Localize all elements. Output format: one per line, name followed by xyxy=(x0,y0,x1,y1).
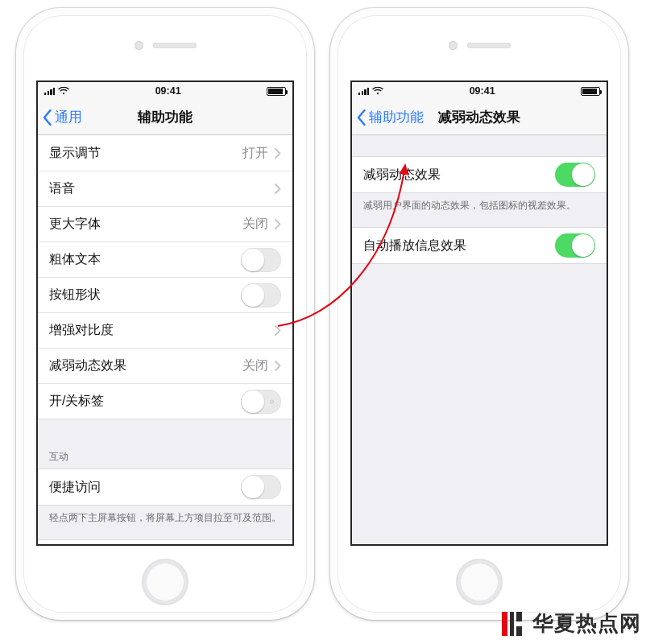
status-time: 09:41 xyxy=(155,85,181,97)
row-value: 打开 xyxy=(242,145,268,162)
row-larger-text[interactable]: 更大字体 关闭 xyxy=(38,206,292,242)
row-label: 语音 xyxy=(49,180,275,197)
svg-rect-0 xyxy=(502,612,507,636)
chevron-right-icon xyxy=(275,325,281,336)
row-label: 减弱动态效果 xyxy=(49,357,242,374)
back-label: 通用 xyxy=(55,108,82,126)
row-reduce-motion[interactable]: 减弱动态效果 关闭 xyxy=(38,348,292,383)
speaker-icon xyxy=(467,43,511,48)
toggle-onoff-labels[interactable] xyxy=(241,390,281,414)
svg-rect-2 xyxy=(516,612,522,621)
row-increase-contrast[interactable]: 增强对比度 xyxy=(38,312,292,348)
settings-list: 减弱动态效果 减弱用户界面的动态效果，包括图标的视差效果。 自动播放信息效果 xyxy=(352,135,607,264)
back-button[interactable]: 辅助功能 xyxy=(357,100,424,134)
row-label: 按钮形状 xyxy=(49,287,241,303)
row-switch-control[interactable]: 切换控制 关闭 xyxy=(38,540,292,546)
screen-left: 09:41 通用 辅助功能 显示调节 打开 xyxy=(36,80,294,546)
signal-icon xyxy=(358,87,369,95)
home-button[interactable] xyxy=(456,559,503,605)
wifi-icon xyxy=(372,87,383,95)
row-label: 减弱动态效果 xyxy=(363,167,555,184)
toggle-reduce-motion[interactable] xyxy=(555,163,595,187)
svg-rect-3 xyxy=(516,626,522,636)
back-button[interactable]: 通用 xyxy=(43,100,82,134)
signal-icon xyxy=(44,87,55,95)
status-bar: 09:41 xyxy=(352,82,607,100)
battery-icon xyxy=(267,87,286,96)
phone-right: 09:41 辅助功能 减弱动态效果 减弱动态效果 xyxy=(330,8,628,620)
phone-sensors xyxy=(330,37,628,53)
row-display[interactable]: 显示调节 打开 xyxy=(38,135,292,171)
battery-icon xyxy=(581,87,600,96)
phone-sensors xyxy=(16,37,314,53)
nav-header: 通用 辅助功能 xyxy=(38,100,292,135)
wifi-icon xyxy=(58,87,69,95)
row-label: 更大字体 xyxy=(49,216,242,233)
row-value: 关闭 xyxy=(242,216,268,233)
chevron-right-icon xyxy=(275,184,281,194)
section-footer-reachability: 轻点两下主屏幕按钮，将屏幕上方项目拉至可及范围。 xyxy=(38,506,292,528)
row-value: 关闭 xyxy=(242,357,268,374)
row-label: 增强对比度 xyxy=(49,322,275,339)
group-visual: 显示调节 打开 语音 更大字体 关闭 粗体文本 xyxy=(38,135,292,419)
svg-rect-1 xyxy=(510,612,514,636)
watermark: 华夏热点网 xyxy=(499,609,641,638)
row-label: 粗体文本 xyxy=(49,251,241,268)
toggle-button-shapes[interactable] xyxy=(241,283,281,308)
watermark-logo-icon xyxy=(499,610,526,638)
chevron-right-icon xyxy=(275,219,281,229)
row-label: 显示调节 xyxy=(49,145,242,162)
speaker-icon xyxy=(153,43,197,48)
back-label: 辅助功能 xyxy=(369,108,424,126)
chevron-right-icon xyxy=(275,361,281,371)
section-footer-reduce-motion: 减弱用户界面的动态效果，包括图标的视差效果。 xyxy=(352,193,607,216)
toggle-reachability[interactable] xyxy=(241,475,281,499)
watermark-text: 华夏热点网 xyxy=(532,609,641,638)
row-label: 自动播放信息效果 xyxy=(363,237,555,254)
chevron-left-icon xyxy=(43,109,52,126)
row-button-shapes[interactable]: 按钮形状 xyxy=(38,277,292,312)
page-title: 辅助功能 xyxy=(138,108,193,126)
toggle-bold-text[interactable] xyxy=(241,248,281,272)
row-label: 便捷访问 xyxy=(49,479,241,496)
group-reduce-motion: 减弱动态效果 xyxy=(352,156,607,193)
screen-right: 09:41 辅助功能 减弱动态效果 减弱动态效果 xyxy=(350,80,608,546)
row-onoff-labels[interactable]: 开/关标签 xyxy=(38,383,292,419)
home-button[interactable] xyxy=(142,559,188,605)
row-speech[interactable]: 语音 xyxy=(38,171,292,206)
row-bold-text[interactable]: 粗体文本 xyxy=(38,242,292,277)
group-interaction2: 切换控制 关闭 AssistiveTouch 关闭 xyxy=(38,539,292,546)
row-reachability[interactable]: 便捷访问 xyxy=(38,469,292,505)
status-time: 09:41 xyxy=(470,85,495,97)
group-interaction1: 便捷访问 xyxy=(38,469,292,506)
group-autoplay: 自动播放信息效果 xyxy=(352,227,607,264)
camera-icon xyxy=(135,41,143,50)
chevron-left-icon xyxy=(357,109,366,126)
nav-header: 辅助功能 减弱动态效果 xyxy=(352,100,607,135)
section-header-interaction: 互动 xyxy=(38,434,292,469)
phone-left: 09:41 通用 辅助功能 显示调节 打开 xyxy=(16,8,314,620)
row-autoplay[interactable]: 自动播放信息效果 xyxy=(352,228,607,263)
toggle-autoplay[interactable] xyxy=(555,233,595,258)
status-bar: 09:41 xyxy=(38,82,292,100)
row-reduce-motion-toggle[interactable]: 减弱动态效果 xyxy=(352,157,607,192)
row-label: 开/关标签 xyxy=(49,393,241,410)
chevron-right-icon xyxy=(275,148,281,159)
camera-icon xyxy=(449,41,458,50)
page-title: 减弱动态效果 xyxy=(438,108,520,126)
settings-list: 显示调节 打开 语音 更大字体 关闭 粗体文本 xyxy=(38,135,292,546)
